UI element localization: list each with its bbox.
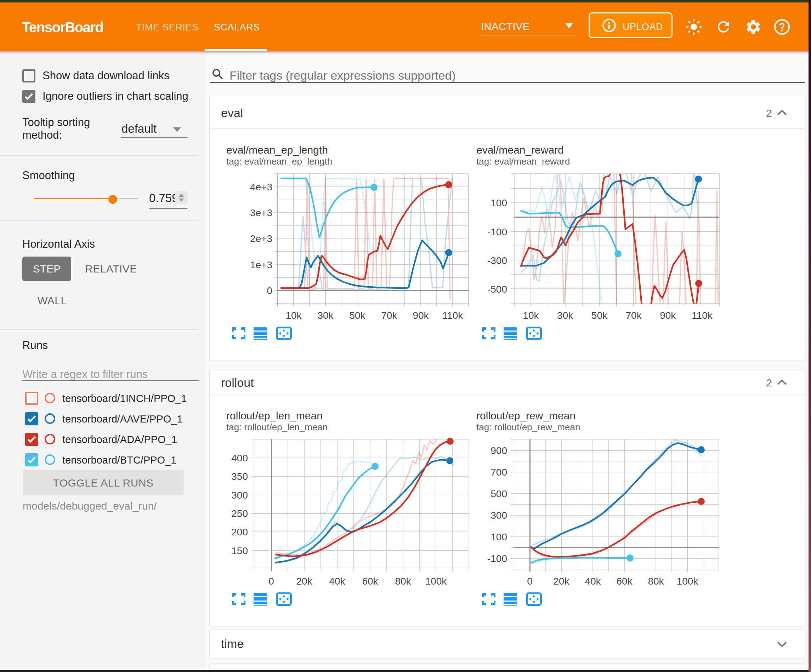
svg-text:100k: 100k xyxy=(677,576,699,587)
svg-text:400: 400 xyxy=(231,453,248,464)
svg-text:50k: 50k xyxy=(591,310,608,321)
svg-text:200: 200 xyxy=(231,526,248,538)
svg-text:40k: 40k xyxy=(329,576,345,587)
svg-text:-100: -100 xyxy=(487,553,507,564)
svg-text:150: 150 xyxy=(231,545,248,556)
svg-text:10k: 10k xyxy=(523,310,539,321)
svg-text:1e+3: 1e+3 xyxy=(250,259,272,270)
svg-text:700: 700 xyxy=(490,467,507,478)
svg-text:70k: 70k xyxy=(381,310,397,321)
svg-text:250: 250 xyxy=(231,508,248,519)
svg-text:2e+3: 2e+3 xyxy=(250,233,272,244)
svg-text:90k: 90k xyxy=(660,310,676,321)
svg-text:4e+3: 4e+3 xyxy=(250,181,272,193)
svg-text:30k: 30k xyxy=(557,310,573,321)
svg-text:50k: 50k xyxy=(349,310,365,321)
svg-text:80k: 80k xyxy=(648,576,664,587)
svg-text:100: 100 xyxy=(490,532,507,542)
svg-text:-300: -300 xyxy=(487,255,507,266)
svg-text:3e+3: 3e+3 xyxy=(250,207,272,218)
svg-text:60k: 60k xyxy=(616,576,633,587)
svg-text:20k: 20k xyxy=(296,576,312,587)
svg-text:-100: -100 xyxy=(487,227,507,237)
svg-text:0: 0 xyxy=(267,285,272,296)
svg-text:110k: 110k xyxy=(692,310,713,321)
svg-text:350: 350 xyxy=(231,471,248,482)
svg-text:110k: 110k xyxy=(442,310,463,321)
svg-text:900: 900 xyxy=(490,445,507,456)
svg-text:100k: 100k xyxy=(425,576,447,587)
svg-text:40k: 40k xyxy=(585,576,601,587)
svg-text:500: 500 xyxy=(490,488,507,499)
svg-text:30k: 30k xyxy=(317,310,334,321)
svg-text:90k: 90k xyxy=(412,310,429,321)
svg-text:60k: 60k xyxy=(362,576,378,587)
svg-text:80k: 80k xyxy=(395,576,411,587)
svg-text:300: 300 xyxy=(231,490,248,501)
svg-text:300: 300 xyxy=(490,510,507,521)
svg-text:20k: 20k xyxy=(553,576,570,587)
svg-text:100: 100 xyxy=(490,198,507,208)
svg-text:0: 0 xyxy=(527,576,533,587)
svg-text:10k: 10k xyxy=(285,310,302,321)
svg-text:0: 0 xyxy=(268,576,274,587)
svg-text:70k: 70k xyxy=(626,310,642,321)
svg-text:-500: -500 xyxy=(487,284,507,295)
